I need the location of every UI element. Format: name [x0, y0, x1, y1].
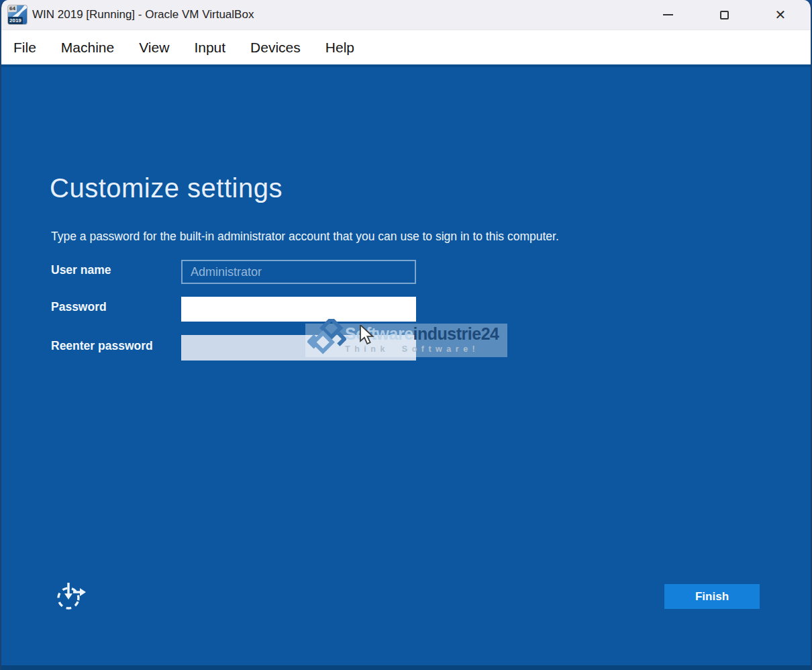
- finish-button[interactable]: Finish: [664, 584, 760, 609]
- vm-display[interactable]: Customize settings Type a password for t…: [1, 64, 811, 670]
- ease-of-access-icon: [54, 577, 89, 614]
- ease-of-access-button[interactable]: [54, 577, 89, 614]
- menu-devices[interactable]: Devices: [250, 40, 301, 56]
- vm-os-icon: 64 2019: [8, 5, 27, 24]
- icon-badge-64: 64: [8, 5, 17, 12]
- minimize-button[interactable]: [652, 0, 683, 30]
- minimize-icon: [663, 14, 673, 15]
- close-button[interactable]: ✕: [765, 0, 796, 30]
- reenter-password-label: Reenter password: [51, 339, 153, 353]
- close-icon: ✕: [775, 8, 786, 21]
- window-title: WIN 2019 [Running] - Oracle VM VirtualBo…: [32, 8, 254, 21]
- maximize-button[interactable]: [709, 0, 740, 30]
- icon-badge-2019: 2019: [8, 17, 23, 24]
- window-controls: ✕: [652, 0, 796, 30]
- virtualbox-window: 64 2019 WIN 2019 [Running] - Oracle VM V…: [0, 0, 812, 670]
- page-description: Type a password for the built-in adminis…: [51, 230, 559, 244]
- username-input[interactable]: [181, 260, 416, 284]
- maximize-icon: [720, 11, 729, 19]
- menu-view[interactable]: View: [139, 40, 169, 56]
- window-titlebar[interactable]: 64 2019 WIN 2019 [Running] - Oracle VM V…: [1, 0, 811, 30]
- password-label: Password: [51, 300, 107, 314]
- watermark-brand-second: industrie24: [413, 324, 499, 343]
- menu-input[interactable]: Input: [194, 40, 225, 56]
- menu-bar: File Machine View Input Devices Help: [1, 30, 811, 64]
- menu-help[interactable]: Help: [325, 40, 354, 56]
- reenter-password-input[interactable]: [181, 335, 416, 361]
- password-input[interactable]: [181, 297, 416, 322]
- menu-file[interactable]: File: [13, 40, 36, 56]
- username-label: User name: [51, 263, 111, 277]
- page-title: Customize settings: [50, 173, 283, 203]
- menu-machine[interactable]: Machine: [61, 40, 114, 56]
